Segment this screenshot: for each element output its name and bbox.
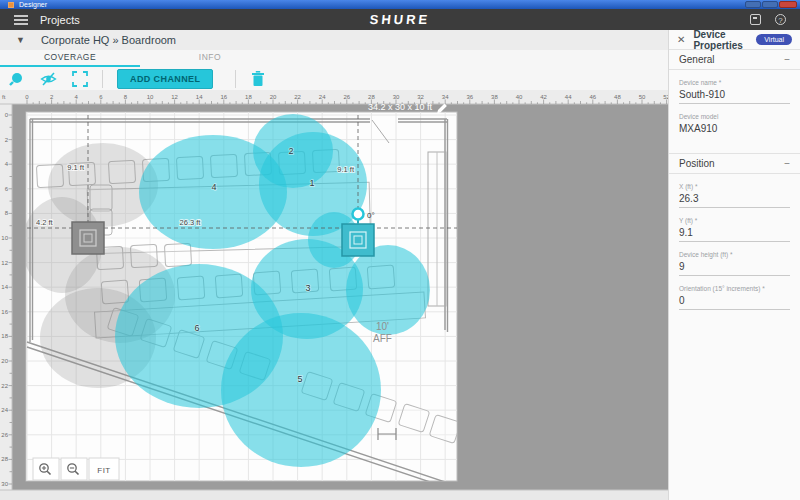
- help-icon[interactable]: ?: [775, 14, 786, 25]
- y-position-field-label: Y (ft) *: [679, 217, 790, 224]
- fit-view-icon[interactable]: [64, 71, 96, 87]
- zoom-out-button[interactable]: [61, 458, 87, 480]
- collapse-icon[interactable]: −: [784, 158, 790, 169]
- device-height-field-label: Device height (ft) *: [679, 251, 790, 258]
- svg-text:14: 14: [1, 284, 8, 290]
- app-icon: [8, 2, 14, 8]
- coverage-channel-4[interactable]: [139, 135, 287, 249]
- svg-text:36: 36: [466, 94, 473, 100]
- section-title: General: [679, 54, 715, 65]
- x-distance-right: 26.3 ft: [180, 218, 202, 227]
- zoom-in-button[interactable]: [33, 458, 59, 480]
- orientation-field-label: Orientation (15° increments) *: [679, 285, 790, 292]
- svg-text:44: 44: [565, 94, 572, 100]
- y-position-field: Y (ft) *9.1: [679, 217, 790, 242]
- orientation-field: Orientation (15° increments) *0: [679, 285, 790, 310]
- device-properties-panel: ✕ Device Properties Virtual General−Devi…: [668, 30, 800, 500]
- svg-text:10: 10: [1, 235, 8, 241]
- svg-text:34: 34: [442, 94, 449, 100]
- y-position-field-value[interactable]: 9.1: [679, 224, 790, 242]
- virtual-badge: Virtual: [756, 34, 792, 45]
- svg-text:38: 38: [491, 94, 498, 100]
- ceiling-height-note-2: AFF: [373, 333, 392, 344]
- svg-text:20: 20: [270, 94, 277, 100]
- coverage-channel-6[interactable]: [115, 264, 283, 408]
- chair: [164, 243, 191, 266]
- device-model-field: Device modelMXA910: [679, 113, 790, 137]
- hide-coverage-icon[interactable]: [32, 71, 64, 87]
- device-name-field: Device name *South-910: [679, 79, 790, 104]
- window-icon[interactable]: [750, 14, 761, 25]
- svg-text:24: 24: [1, 407, 8, 413]
- maximize-button[interactable]: [762, 1, 778, 8]
- panel-title: Device Properties: [693, 29, 756, 51]
- section-title: Position: [679, 158, 715, 169]
- svg-text:46: 46: [589, 94, 596, 100]
- y-distance-right: 9.1 ft: [337, 165, 355, 174]
- add-channel-button[interactable]: ADD CHANNEL: [117, 69, 213, 89]
- ceiling-height-note-1: 10': [376, 321, 389, 332]
- svg-text:30: 30: [393, 94, 400, 100]
- orientation-label: 0°: [367, 211, 375, 220]
- svg-text:20: 20: [1, 358, 8, 364]
- room-dimensions: 34.2 x 30 x 10 ft: [368, 102, 433, 112]
- tab-info[interactable]: INFO: [140, 50, 280, 67]
- section-position: Position−: [669, 153, 800, 174]
- designer-app: Designer Projects SHURE ? ▼ Corporate HQ…: [0, 0, 800, 500]
- breadcrumb-path[interactable]: Corporate HQ » Boardroom: [41, 34, 176, 46]
- orientation-field-value[interactable]: 0: [679, 292, 790, 310]
- svg-text:28: 28: [1, 456, 8, 462]
- close-window-button[interactable]: [779, 1, 797, 8]
- app-header: Projects SHURE ?: [0, 9, 800, 30]
- delete-icon[interactable]: [242, 71, 274, 87]
- x-position-field: X (ft) *26.3: [679, 183, 790, 208]
- svg-text:30: 30: [1, 481, 8, 487]
- close-panel-icon[interactable]: ✕: [677, 34, 685, 45]
- device-height-field-value[interactable]: 9: [679, 258, 790, 276]
- channel-number-4: 4: [211, 182, 216, 192]
- os-titlebar: Designer: [0, 0, 800, 9]
- tab-bar: COVERAGEINFO: [0, 50, 668, 67]
- device-height-field: Device height (ft) *9: [679, 251, 790, 276]
- svg-text:22: 22: [1, 383, 8, 389]
- device-name-field-label: Device name *: [679, 79, 790, 86]
- svg-text:50: 50: [639, 94, 646, 100]
- svg-text:12: 12: [1, 260, 8, 266]
- svg-text:32: 32: [417, 94, 424, 100]
- svg-text:48: 48: [614, 94, 621, 100]
- rotation-handle[interactable]: [353, 209, 364, 220]
- svg-text:14: 14: [196, 94, 203, 100]
- chevron-down-icon[interactable]: ▼: [16, 35, 25, 45]
- svg-text:42: 42: [540, 94, 547, 100]
- x-distance-left: 4.2 ft: [36, 218, 54, 227]
- minimize-button[interactable]: [745, 1, 761, 8]
- coverage-canvas[interactable]: ft 0246810121416182022242628303234363840…: [0, 90, 668, 500]
- svg-text:40: 40: [516, 94, 523, 100]
- device-name-field-value[interactable]: South-910: [679, 86, 790, 104]
- x-position-field-value[interactable]: 26.3: [679, 190, 790, 208]
- y-distance-left: 9.1 ft: [67, 163, 85, 172]
- shure-logo: SHURE: [0, 12, 800, 27]
- fit-button[interactable]: FIT: [89, 458, 119, 480]
- unselected-device[interactable]: [72, 222, 104, 254]
- device-model-field-value[interactable]: MXA910: [679, 120, 790, 137]
- section-general: General−: [669, 50, 800, 70]
- svg-text:10: 10: [147, 94, 154, 100]
- svg-text:FIT: FIT: [97, 466, 111, 475]
- svg-text:28: 28: [368, 94, 375, 100]
- svg-text:26: 26: [343, 94, 350, 100]
- channel-number-2: 2: [288, 146, 293, 156]
- svg-text:26: 26: [1, 432, 8, 438]
- channel-number-1: 1: [309, 178, 314, 188]
- svg-text:16: 16: [1, 309, 8, 315]
- channel-number-5: 5: [297, 374, 302, 384]
- collapse-icon[interactable]: −: [784, 54, 790, 65]
- canvas-scroll-strip[interactable]: [0, 490, 668, 500]
- tab-coverage[interactable]: COVERAGE: [0, 50, 140, 67]
- svg-text:24: 24: [319, 94, 326, 100]
- ruler-unit-label: ft: [2, 94, 6, 100]
- pan-tool-icon[interactable]: [0, 71, 32, 87]
- svg-text:22: 22: [294, 94, 301, 100]
- channel-number-3: 3: [305, 283, 310, 293]
- breadcrumb: ▼ Corporate HQ » Boardroom: [0, 30, 668, 50]
